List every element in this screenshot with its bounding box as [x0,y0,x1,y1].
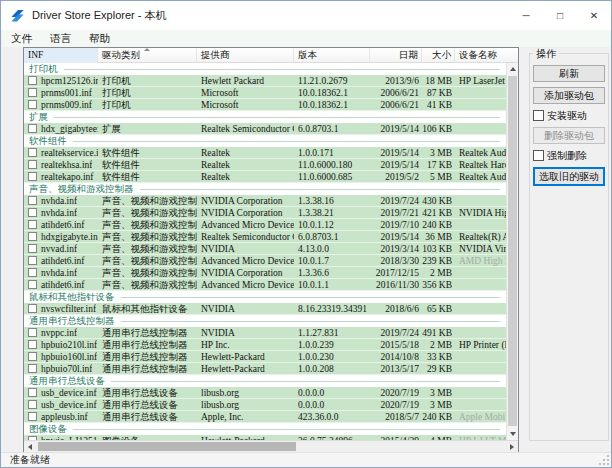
table-group-header[interactable]: 鼠标和其他指针设备 [24,291,506,303]
scroll-left-button[interactable] [24,441,36,452]
row-checkbox[interactable] [28,148,37,157]
table-row[interactable]: atihdet6.inf 声音、视频和游戏控制器 Advanced Micro … [24,255,506,267]
cell-version: 1.0.0.230 [294,351,370,363]
table-row[interactable]: nvhda.inf 声音、视频和游戏控制器 NVIDIA Corporation… [24,207,506,219]
row-checkbox[interactable] [28,100,37,109]
table-row[interactable]: hdxgigabyte.inf 声音、视频和游戏控制器 Realtek Semi… [24,231,506,243]
row-checkbox[interactable] [28,88,37,97]
row-checkbox[interactable] [28,352,37,361]
column-header-version[interactable]: 版本 [294,48,370,63]
row-checkbox[interactable] [28,268,37,277]
row-checkbox[interactable] [28,340,37,349]
cell-device: Realtek(R) Audio [455,231,506,243]
table-group-header[interactable]: 扩展 [24,111,506,123]
cell-provider: NVIDIA Corporation [197,195,294,207]
table-row[interactable]: hpcm125126.inf 打印机 Hewlett Packard 11.21… [24,75,506,87]
caption-buttons: ─ □ ✕ [509,1,611,30]
cell-device [455,303,506,315]
table-row[interactable]: realtekapo.inf 软件组件 Realtek 11.0.6000.68… [24,171,506,183]
force-delete-checkbox[interactable]: 强制删除 [533,149,605,162]
row-checkbox[interactable] [28,196,37,205]
select-old-drivers-button[interactable]: 选取旧的驱动 [533,167,605,186]
column-header-category[interactable]: 驱动类别 [98,48,197,63]
row-checkbox[interactable] [28,160,37,169]
column-header-inf[interactable]: INF [24,48,98,63]
cell-category: 声音、视频和游戏控制器 [98,243,197,255]
table-row[interactable]: nvhda.inf 声音、视频和游戏控制器 NVIDIA Corporation… [24,195,506,207]
horizontal-scroll-thumb[interactable] [38,442,296,451]
refresh-button[interactable]: 刷新 [533,65,605,82]
row-checkbox[interactable] [28,172,37,181]
scroll-right-button[interactable] [506,441,518,452]
install-driver-checkbox[interactable]: 安装驱动 [533,109,605,122]
table-row[interactable]: realtekservice.inf 软件组件 Realtek 1.0.0.17… [24,147,506,159]
table-row[interactable]: hdx_gigabyteext_rtk.inf 扩展 Realtek Semic… [24,123,506,135]
table-group-header[interactable]: 图像设备 [24,423,506,435]
row-checkbox[interactable] [28,232,37,241]
maximize-button[interactable]: □ [543,1,577,30]
close-button[interactable]: ✕ [577,1,611,30]
table-group-header[interactable]: 软件组件 [24,135,506,147]
row-checkbox[interactable] [28,388,37,397]
row-checkbox[interactable] [28,304,37,313]
column-header-size[interactable]: 大小 [422,48,455,63]
table-row[interactable]: hpbuio70l.inf 通用串行总线控制器 Hewlett-Packard … [24,363,506,375]
minimize-button[interactable]: ─ [509,1,543,30]
row-checkbox[interactable] [28,208,37,217]
cell-inf: hdxgigabyte.inf [41,231,98,243]
group-divider-line [121,321,501,322]
row-checkbox[interactable] [28,328,37,337]
vertical-scrollbar[interactable] [506,63,518,440]
cell-provider: NVIDIA [197,327,294,339]
row-checkbox[interactable] [28,76,37,85]
cell-size: 240 KB [422,411,455,423]
row-checkbox[interactable] [28,364,37,373]
table-row[interactable]: atihdet6.inf 声音、视频和游戏控制器 Advanced Micro … [24,219,506,231]
table-row[interactable]: nvppc.inf 通用串行总线控制器 NVIDIA 1.1.27.831 20… [24,327,506,339]
table-group-header[interactable]: 通用串行总线设备 [24,375,506,387]
table-group-header[interactable]: 通用串行总线控制器 [24,315,506,327]
checkbox-box-icon[interactable] [533,110,544,121]
table-row[interactable]: hpbuio210l.inf 通用串行总线控制器 HP Inc. 1.0.0.2… [24,339,506,351]
table-row[interactable]: realtekhsa.inf 软件组件 Realtek 11.0.6000.18… [24,159,506,171]
row-checkbox[interactable] [28,280,37,289]
table-row[interactable]: prnms009.inf 打印机 Microsoft 10.0.18362.1 … [24,99,506,111]
row-checkbox[interactable] [28,256,37,265]
resize-grip[interactable] [599,455,609,465]
table-row[interactable]: nvswcfilter.inf 鼠标和其他指针设备 NVIDIA 8.16.23… [24,303,506,315]
table-row[interactable]: hpbuio160l.inf 通用串行总线控制器 Hewlett-Packard… [24,351,506,363]
scroll-down-button[interactable] [507,428,518,440]
column-header-provider[interactable]: 提供商 [197,48,294,63]
vertical-scroll-thumb[interactable] [508,76,517,426]
scroll-up-button[interactable] [507,63,518,75]
horizontal-scrollbar[interactable] [24,440,518,452]
row-checkbox[interactable] [28,244,37,253]
table-group-header[interactable]: 打印机 [24,63,506,75]
row-checkbox[interactable] [28,124,37,133]
title-bar[interactable]: Driver Store Explorer - 本机 ─ □ ✕ [1,1,611,30]
table-row[interactable]: usb_device.inf 通用串行总线设备 libusb.org 0.0.0… [24,387,506,399]
row-checkbox[interactable] [28,400,37,409]
table-row[interactable]: nvvad.inf 声音、视频和游戏控制器 NVIDIA 4.13.0.0 20… [24,243,506,255]
add-driver-button[interactable]: 添加驱动包 [533,87,605,104]
row-checkbox[interactable] [28,412,37,421]
column-header-date[interactable]: 日期 [370,48,422,63]
table-row[interactable]: prnms001.inf 打印机 Microsoft 10.0.18362.1 … [24,87,506,99]
menu-item-file[interactable]: 文件 [2,31,41,47]
cell-provider: Advanced Micro Devices [197,279,294,291]
cell-inf: realtekapo.inf [41,171,94,183]
checkbox-box-icon[interactable] [533,150,544,161]
column-header-device[interactable]: 设备名称 [455,48,506,63]
table-row[interactable]: atihdet6.inf 声音、视频和游戏控制器 Advanced Micro … [24,279,506,291]
menu-item-help[interactable]: 帮助 [80,31,119,47]
table-row[interactable]: appleusb.inf 通用串行总线设备 Apple, Inc. 423.36… [24,411,506,423]
table-group-header[interactable]: 声音、视频和游戏控制器 [24,183,506,195]
row-checkbox[interactable] [28,220,37,229]
menu-item-language[interactable]: 语言 [41,31,80,47]
table-row[interactable]: usb_device.inf 通用串行总线设备 libusb.org 0.0.0… [24,399,506,411]
cell-size: 356 KB [422,279,455,291]
delete-driver-button[interactable]: 删除驱动包 [533,127,605,144]
cell-device [455,351,506,363]
group-divider-line [73,141,500,142]
table-row[interactable]: nvhda.inf 声音、视频和游戏控制器 NVIDIA Corporation… [24,267,506,279]
